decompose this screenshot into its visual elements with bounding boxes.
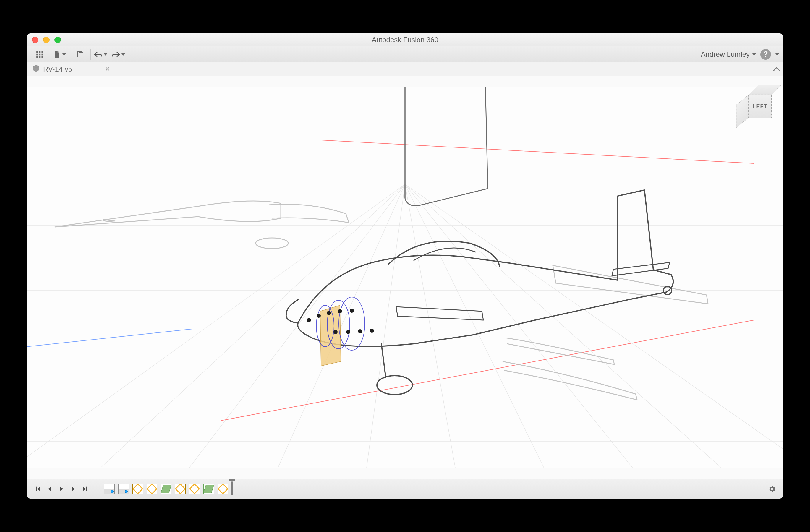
main-toolbar: Andrew Lumley ?: [27, 46, 783, 62]
timeline-feature-img[interactable]: [118, 484, 129, 494]
user-name-label: Andrew Lumley: [701, 50, 750, 59]
timeline-prev-button[interactable]: [44, 483, 55, 495]
svg-rect-10: [79, 52, 82, 53]
svg-rect-6: [36, 56, 38, 57]
svg-point-42: [334, 330, 338, 334]
zoom-window-button[interactable]: [54, 37, 61, 43]
svg-point-39: [327, 311, 331, 315]
svg-point-41: [350, 309, 354, 313]
svg-rect-0: [36, 51, 38, 53]
svg-rect-4: [39, 53, 40, 55]
help-button[interactable]: ?: [760, 49, 771, 60]
document-tab-label: RV-14 v5: [43, 65, 72, 73]
svg-rect-1: [39, 51, 40, 53]
close-tab-button[interactable]: ×: [105, 64, 110, 73]
timeline-feature-sk[interactable]: [189, 484, 200, 494]
timeline-feature-sk[interactable]: [132, 484, 143, 494]
timeline-first-button[interactable]: [32, 483, 44, 495]
close-window-button[interactable]: [32, 37, 38, 43]
design-icon: [33, 65, 39, 73]
timeline-feature-img[interactable]: [104, 484, 115, 494]
timeline-bar: [27, 479, 783, 499]
document-tab-bar: RV-14 v5 ×: [27, 62, 783, 76]
toolbar-right: Andrew Lumley ?: [701, 49, 779, 60]
chevron-down-icon: [121, 53, 125, 55]
timeline-settings-button[interactable]: [766, 483, 778, 495]
title-bar: Autodesk Fusion 360: [27, 33, 783, 46]
svg-point-38: [317, 314, 321, 318]
viewport-canvas[interactable]: [27, 76, 783, 479]
timeline-last-button[interactable]: [79, 483, 91, 495]
timeline-marker[interactable]: [231, 481, 233, 495]
collapse-tabs-button[interactable]: [770, 62, 783, 76]
save-button[interactable]: [71, 46, 89, 62]
svg-rect-5: [42, 53, 43, 55]
separator: [50, 49, 50, 60]
timeline-feature-sk[interactable]: [217, 484, 228, 494]
chevron-down-icon: [775, 53, 779, 55]
svg-rect-3: [36, 53, 38, 55]
timeline-play-button[interactable]: [55, 483, 67, 495]
file-menu-button[interactable]: [51, 46, 69, 62]
timeline-feature-sk[interactable]: [175, 484, 185, 494]
separator: [70, 49, 70, 60]
chevron-down-icon: [62, 53, 66, 55]
question-icon: ?: [763, 50, 768, 59]
sun-icon: [111, 490, 114, 493]
chevron-down-icon: [103, 53, 108, 55]
view-cube-label: LEFT: [753, 103, 767, 110]
svg-rect-2: [42, 51, 43, 53]
svg-rect-9: [79, 55, 82, 57]
svg-point-40: [338, 309, 342, 313]
app-window: Autodesk Fusion 360 Andrew Lumley: [27, 33, 783, 499]
view-cube[interactable]: LEFT: [736, 85, 772, 120]
traffic-lights: [27, 37, 61, 43]
timeline-feature-sk[interactable]: [147, 484, 157, 494]
redo-button[interactable]: [110, 46, 127, 62]
svg-point-44: [358, 329, 362, 333]
sun-icon: [125, 490, 128, 493]
svg-point-45: [370, 329, 374, 333]
svg-point-43: [346, 330, 350, 334]
document-tab[interactable]: RV-14 v5 ×: [27, 62, 115, 76]
user-menu[interactable]: Andrew Lumley: [701, 50, 756, 59]
timeline-feature-pl[interactable]: [161, 484, 172, 494]
view-cube-front-face[interactable]: LEFT: [748, 95, 772, 118]
model-viewport[interactable]: LEFT: [27, 76, 783, 479]
chevron-down-icon: [752, 53, 756, 55]
svg-point-37: [307, 318, 311, 322]
window-title: Autodesk Fusion 360: [27, 33, 783, 46]
timeline-feature-pl[interactable]: [204, 484, 214, 494]
timeline-feature-list: [104, 484, 228, 494]
svg-rect-7: [39, 56, 40, 57]
minimize-window-button[interactable]: [43, 37, 50, 43]
app-menu-button[interactable]: [31, 46, 48, 62]
undo-button[interactable]: [92, 46, 110, 62]
separator: [91, 49, 91, 60]
timeline-next-button[interactable]: [67, 483, 79, 495]
svg-rect-8: [42, 56, 43, 57]
